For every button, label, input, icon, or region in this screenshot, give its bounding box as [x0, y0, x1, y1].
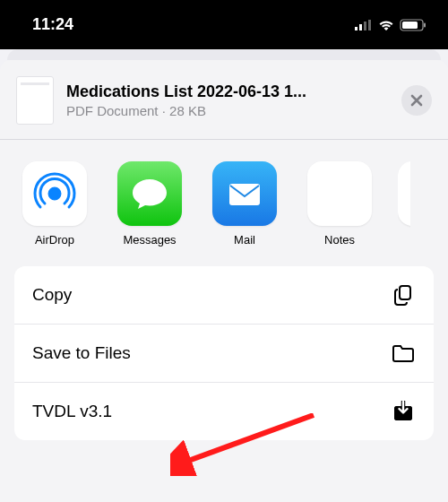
- app-messages[interactable]: Messages: [113, 161, 186, 247]
- wifi-icon: [378, 19, 394, 30]
- drive-icon: [398, 161, 410, 226]
- sheet-backdrop: [7, 49, 441, 60]
- copy-icon: [391, 282, 416, 307]
- battery-icon: [400, 19, 426, 31]
- document-thumbnail: [16, 76, 54, 125]
- share-sheet: Medications List 2022-06-13 1... PDF Doc…: [0, 60, 448, 502]
- notes-icon: [307, 161, 372, 226]
- share-apps-row[interactable]: AirDrop Messages Mail Notes: [0, 140, 448, 266]
- app-label: Mail: [234, 233, 255, 247]
- action-label: Save to Files: [32, 343, 131, 363]
- svg-rect-12: [400, 286, 410, 299]
- svg-rect-6: [424, 22, 426, 27]
- app-label: AirDrop: [35, 233, 74, 247]
- status-time: 11:24: [32, 15, 73, 34]
- svg-rect-8: [229, 184, 260, 205]
- action-label: Copy: [32, 285, 72, 305]
- svg-point-7: [49, 188, 60, 199]
- app-notes[interactable]: Notes: [303, 161, 376, 247]
- action-label: TVDL v3.1: [32, 402, 112, 421]
- svg-rect-0: [355, 27, 358, 30]
- svg-rect-2: [364, 22, 366, 30]
- document-title: Medications List 2022-06-13 1...: [66, 82, 389, 101]
- close-icon: [410, 94, 423, 107]
- document-header: Medications List 2022-06-13 1... PDF Doc…: [0, 60, 448, 140]
- status-bar: 11:24: [0, 0, 448, 49]
- messages-icon: [117, 161, 182, 226]
- status-icons: [355, 19, 426, 31]
- app-mail[interactable]: Mail: [208, 161, 281, 247]
- download-icon: [391, 399, 416, 424]
- svg-rect-5: [402, 22, 418, 29]
- action-list: Copy Save to Files TVDL v3.1: [14, 266, 434, 440]
- airdrop-icon: [22, 161, 87, 226]
- svg-rect-3: [368, 20, 371, 30]
- document-info: Medications List 2022-06-13 1... PDF Doc…: [66, 82, 389, 118]
- mail-icon: [212, 161, 277, 226]
- folder-icon: [391, 341, 416, 366]
- close-button[interactable]: [401, 85, 432, 116]
- action-save-to-files[interactable]: Save to Files: [14, 325, 434, 383]
- app-airdrop[interactable]: AirDrop: [18, 161, 91, 247]
- document-subtitle: PDF Document · 28 KB: [66, 103, 389, 118]
- action-copy[interactable]: Copy: [14, 266, 434, 325]
- app-label: Messages: [123, 233, 176, 247]
- cellular-icon: [355, 20, 373, 30]
- svg-rect-1: [359, 24, 362, 30]
- app-label: Notes: [324, 233, 355, 247]
- action-tvdl[interactable]: TVDL v3.1: [14, 383, 434, 440]
- app-partial[interactable]: [398, 161, 410, 247]
